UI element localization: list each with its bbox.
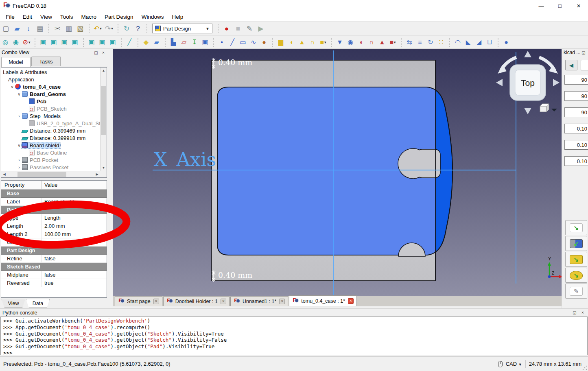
kicad-button[interactable] [581, 60, 588, 70]
menu-tools[interactable]: Tools [56, 13, 77, 21]
property-value[interactable]: false [42, 271, 107, 279]
expand-arrow-icon[interactable]: › [17, 165, 22, 170]
undo-icon[interactable]: ↶▾ [92, 23, 103, 34]
tree-item-base-outline[interactable]: Base Outline [1, 149, 100, 156]
view-rear-icon[interactable]: ▣ [87, 37, 96, 47]
menu-edit[interactable]: Edit [19, 13, 36, 21]
additive-primitive-icon[interactable]: ■▾ [318, 37, 328, 47]
property-value[interactable]: true [42, 279, 107, 287]
tree-item-tomu-0-4-case[interactable]: ∨tomu_0.4_case [1, 83, 100, 90]
property-value[interactable]: 2.00 mm [42, 222, 107, 230]
view-top-icon[interactable]: ▣ [59, 37, 69, 47]
zoom-icon[interactable]: ◉ [11, 37, 21, 47]
cut-scissors-icon[interactable]: ✂ [52, 23, 63, 34]
multi-transform-icon[interactable]: ∷ [436, 37, 446, 47]
refresh-icon[interactable]: ↻ [121, 23, 132, 34]
view-front-icon[interactable]: ▣ [49, 37, 59, 47]
tree-item-application[interactable]: Application [1, 76, 100, 83]
mirrored-icon[interactable]: ⇆ [404, 37, 414, 47]
kicad-field-2[interactable]: 90 [564, 91, 588, 101]
doc-tab-tomu-0-4-case-1[interactable]: Ftomu_0.4_case : 1*× [289, 295, 357, 306]
tree-item-usb-2-0-type-a-dual-stacked-ja[interactable]: USB_2_0_type_A_Dual_Stacked_jac [1, 120, 100, 127]
scroll-up-icon[interactable]: ▲ [101, 68, 107, 74]
groove-icon[interactable]: ◖ [356, 37, 366, 47]
subtractive-loft-icon[interactable]: ▲ [377, 37, 387, 47]
tree-item-board-shield[interactable]: ∨Board shield [1, 142, 100, 149]
additive-loft-icon[interactable]: ▲ [297, 37, 307, 47]
view-bottom-icon[interactable]: ▣ [97, 37, 107, 47]
kicad-field-4[interactable]: 0.10 [564, 124, 588, 133]
close-panel-icon[interactable]: × [580, 310, 586, 316]
workbench-selector[interactable]: Part Design▼ [152, 24, 212, 33]
macro-play-icon[interactable]: ▶ [256, 23, 266, 34]
sketch-point-icon[interactable]: • [217, 37, 227, 47]
tree-item-pcb[interactable]: Pcb [1, 98, 100, 105]
part-utility-icon[interactable]: ◆ [141, 37, 151, 47]
draw-style-icon[interactable]: ⊘▾ [22, 37, 31, 47]
map-sketch-icon[interactable]: ▣ [200, 37, 210, 47]
property-group-sketch-based[interactable]: Sketch Based [1, 263, 107, 271]
macro-edit-icon[interactable]: ✎ [244, 23, 255, 34]
python-console-input[interactable]: >>> Gui.activateWorkbench('PartDesignWor… [0, 316, 588, 355]
tree-item-passives-pocket[interactable]: ›Passives Pocket [1, 164, 100, 171]
redo-icon[interactable]: ↷▾ [104, 23, 114, 34]
view-left-icon[interactable]: ▣ [108, 37, 118, 47]
edit-sketch-icon[interactable]: ↧ [190, 37, 199, 47]
sketch-rectangle-icon[interactable]: ▭ [238, 37, 248, 47]
kicad-field-5[interactable]: 0.10 [564, 140, 588, 150]
tree-item-step-models[interactable]: ›Step_Models [1, 112, 100, 120]
tree-item-board-geoms[interactable]: ∨Board_Geoms [1, 90, 100, 98]
new-file-icon[interactable]: ▢ [0, 23, 11, 34]
draft-icon[interactable]: ◢ [474, 37, 484, 47]
create-group-icon[interactable]: ▰ [152, 37, 162, 47]
create-body-icon[interactable]: ▙ [168, 37, 178, 47]
scroll-down-icon[interactable]: ▼ [101, 165, 107, 171]
create-sketch-icon[interactable]: ▱ [179, 37, 189, 47]
minimize-button[interactable]: — [532, 0, 551, 12]
kicad-field-3[interactable]: 90 [564, 107, 588, 117]
scroll-right-icon[interactable]: ▶ [94, 171, 100, 177]
thickness-icon[interactable]: ⊔ [485, 37, 494, 47]
boolean-icon[interactable]: ● [501, 37, 511, 47]
property-value[interactable]: Board shield [42, 198, 107, 205]
hole-icon[interactable]: ◉ [345, 37, 355, 47]
export-parts-button[interactable]: ↙ [565, 236, 587, 251]
tab-close-icon[interactable]: × [348, 298, 354, 304]
close-panel-icon[interactable]: × [101, 50, 106, 55]
menu-help[interactable]: Help [168, 13, 187, 21]
tree-horizontal-scrollbar[interactable]: ◀ ▶ [1, 171, 100, 177]
tab-close-icon[interactable]: × [153, 299, 159, 304]
doc-tab-start-page[interactable]: FStart page× [115, 296, 162, 306]
linear-pattern-icon[interactable]: ≡ [415, 37, 425, 47]
menu-macro[interactable]: Macro [77, 13, 101, 21]
expand-arrow-icon[interactable]: › [17, 114, 22, 118]
property-group-pad[interactable]: Pad [1, 206, 107, 214]
float-panel-icon[interactable]: ◱ [572, 310, 577, 316]
print-icon[interactable]: ▤ [35, 23, 45, 34]
fillet-icon[interactable]: ◠ [453, 37, 463, 47]
macro-record-icon[interactable]: ● [221, 23, 232, 34]
whats-this-icon[interactable]: ? [133, 23, 143, 34]
property-value[interactable]: Length [42, 214, 107, 222]
menu-file[interactable]: File [2, 13, 19, 21]
float-panel-icon[interactable]: ◱ [581, 50, 586, 55]
kicad-field-1[interactable]: 90 [564, 75, 588, 85]
3d-viewport[interactable]: X_Axis 0.40 mm 0.40 mm [113, 49, 562, 296]
sketch-line-icon[interactable]: ╱ [227, 37, 237, 47]
polar-pattern-icon[interactable]: ↻ [426, 37, 435, 47]
kicad-back-button[interactable]: ◀ [565, 60, 577, 70]
open-folder-icon[interactable]: ▰ [12, 23, 22, 34]
property-group-base[interactable]: Base [1, 190, 107, 198]
expand-arrow-icon[interactable]: ∨ [17, 92, 22, 96]
resize-grip[interactable] [582, 365, 587, 370]
subtractive-primitive-icon[interactable]: ■▾ [388, 37, 398, 47]
additive-pipe-icon[interactable]: ∩ [308, 37, 317, 47]
chamfer-icon[interactable]: ◣ [463, 37, 473, 47]
property-value[interactable]: 100.00 mm [42, 230, 107, 238]
menu-view[interactable]: View [36, 13, 56, 21]
carbon-copy-dog-icon[interactable]: ● [259, 37, 269, 47]
save-icon[interactable]: ↓ [23, 23, 34, 34]
tab-data[interactable]: Data [26, 299, 50, 308]
kicad-field-6[interactable]: 0.10 [564, 156, 588, 166]
tree-item-distance-0-399469-mm[interactable]: Distance: 0.399469 mm [1, 127, 100, 134]
